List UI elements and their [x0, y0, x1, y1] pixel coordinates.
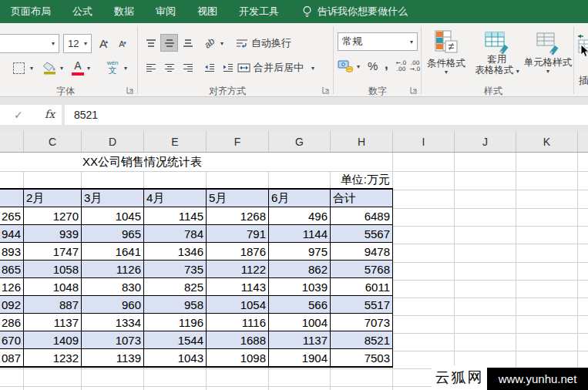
align-center-button[interactable] — [160, 59, 178, 76]
unit-row-cell[interactable] — [24, 172, 82, 188]
month-header-cell[interactable]: 4月 — [144, 189, 207, 207]
data-cell[interactable]: 958 — [144, 296, 207, 314]
decrease-decimal-button[interactable]: .00 →.0 — [408, 60, 422, 72]
data-cell[interactable]: 496 — [269, 207, 331, 225]
decrease-font-size-button[interactable]: A▾ — [113, 36, 130, 52]
data-cell[interactable]: 5517 — [331, 296, 393, 314]
data-cell[interactable]: 975 — [269, 243, 331, 261]
data-cell[interactable]: 965 — [82, 225, 144, 243]
data-cell[interactable]: 286 — [0, 314, 24, 331]
align-top-button[interactable] — [142, 34, 160, 52]
fill-color-dropdown[interactable]: ▾ — [60, 65, 63, 72]
column-header-partial-L[interactable] — [577, 131, 588, 152]
number-format-select[interactable]: 常规 ▾ — [338, 32, 418, 51]
data-cell[interactable]: 5567 — [331, 225, 393, 243]
data-cell[interactable]: 944 — [0, 225, 24, 243]
worksheet[interactable]: XX公司销售情况统计表 单位:万元 2月3月4月5月6月合计2651270104… — [0, 153, 588, 390]
data-cell[interactable]: 1544 — [144, 331, 207, 349]
data-cell[interactable]: 735 — [144, 261, 207, 278]
data-cell[interactable]: 784 — [144, 225, 207, 243]
data-cell[interactable]: 1196 — [144, 314, 207, 331]
title-row[interactable]: XX公司销售情况统计表 — [0, 153, 392, 171]
align-right-button[interactable] — [179, 59, 197, 76]
data-cell[interactable]: 1126 — [82, 261, 144, 278]
data-cell[interactable]: 7073 — [331, 314, 393, 331]
tab-formulas[interactable]: 公式 — [62, 0, 103, 23]
phonetic-guide-button[interactable]: wén 文 — [103, 57, 122, 77]
data-cell[interactable]: 1058 — [24, 261, 82, 278]
month-header-cell[interactable]: 3月 — [82, 189, 144, 207]
column-header-G[interactable]: G — [268, 131, 330, 152]
column-header-partial-B[interactable] — [0, 131, 23, 152]
font-size-select[interactable]: 12 ▾ — [63, 34, 92, 53]
data-cell[interactable]: 1747 — [24, 243, 82, 261]
column-header-J[interactable]: J — [454, 131, 516, 152]
cell-styles-button[interactable]: 单元格样式 ▾ — [522, 29, 573, 75]
conditional-formatting-button[interactable]: ≠ 条件格式 ▾ — [422, 29, 470, 76]
tab-page-layout[interactable]: 页面布局 — [0, 0, 62, 23]
borders-button[interactable] — [9, 59, 28, 77]
wrap-text-button[interactable]: 自动换行 — [236, 36, 291, 50]
data-cell[interactable]: 1268 — [207, 207, 269, 225]
unit-row-cell[interactable] — [207, 172, 269, 188]
month-header-cell[interactable]: 2月 — [24, 189, 82, 207]
tab-data[interactable]: 数据 — [103, 0, 145, 23]
data-cell[interactable]: 1876 — [207, 243, 269, 261]
data-cell[interactable]: 1346 — [144, 243, 207, 261]
alignment-dialog-launcher[interactable] — [322, 86, 330, 94]
data-cell[interactable]: 1004 — [269, 314, 331, 331]
data-cell[interactable]: 1409 — [24, 331, 82, 349]
unit-row-cell[interactable] — [0, 172, 24, 188]
column-header-C[interactable]: C — [23, 131, 81, 152]
merge-center-dropdown[interactable]: ▾ — [311, 65, 314, 72]
tab-view[interactable]: 视图 — [186, 0, 228, 23]
data-cell[interactable]: 1098 — [207, 349, 269, 368]
tell-me-box[interactable]: 告诉我你想要做什么 — [302, 5, 408, 18]
column-header-F[interactable]: F — [206, 131, 268, 152]
font-dialog-launcher[interactable] — [126, 86, 134, 94]
data-cell[interactable]: 6489 — [331, 207, 393, 225]
data-cell[interactable]: 1137 — [269, 331, 331, 349]
font-name-select[interactable]: ▾ — [0, 34, 59, 53]
unit-row-cell[interactable] — [269, 172, 331, 188]
data-cell[interactable]: 6011 — [331, 278, 393, 296]
align-middle-button[interactable] — [160, 34, 178, 52]
data-cell[interactable]: 862 — [269, 261, 331, 278]
accounting-format-dropdown[interactable]: ▾ — [357, 63, 360, 70]
data-cell[interactable]: 566 — [269, 296, 331, 314]
month-header-cell[interactable]: 6月 — [269, 189, 331, 207]
data-cell[interactable]: 939 — [24, 225, 82, 243]
data-cell[interactable]: 7503 — [331, 349, 393, 368]
data-cell[interactable]: 1039 — [269, 278, 331, 296]
data-cell[interactable]: 825 — [144, 278, 207, 296]
month-header-cell[interactable]: 合计 — [331, 189, 393, 207]
column-header-H[interactable]: H — [330, 131, 392, 152]
data-cell[interactable]: 1145 — [144, 207, 207, 225]
data-cell[interactable]: 1137 — [24, 314, 82, 331]
unit-label-cell[interactable]: 单位:万元 — [331, 172, 392, 188]
comma-style-button[interactable]: , — [385, 57, 388, 72]
data-cell[interactable]: 887 — [24, 296, 82, 314]
data-cell[interactable]: 126 — [0, 278, 24, 296]
column-header-D[interactable]: D — [81, 131, 143, 152]
font-color-button[interactable]: A — [71, 59, 85, 77]
data-cell[interactable]: 1073 — [82, 331, 144, 349]
data-cell[interactable]: 1143 — [207, 278, 269, 296]
data-cell[interactable]: 1043 — [144, 349, 207, 368]
number-dialog-launcher[interactable] — [410, 86, 418, 94]
increase-font-size-button[interactable]: A▴ — [95, 35, 112, 52]
data-cell[interactable]: 1116 — [207, 314, 269, 331]
enter-button[interactable]: ✓ — [14, 109, 23, 121]
data-cell[interactable]: 9478 — [331, 243, 393, 261]
column-header-E[interactable]: E — [143, 131, 206, 152]
column-header-I[interactable]: I — [392, 131, 454, 152]
data-cell[interactable]: 087 — [0, 349, 24, 368]
data-cell[interactable]: 1144 — [269, 225, 331, 243]
orientation-dropdown[interactable]: ▾ — [220, 40, 223, 47]
unit-row-cell[interactable] — [82, 172, 144, 188]
data-cell[interactable]: 1054 — [207, 296, 269, 314]
data-cell[interactable]: 265 — [0, 207, 24, 225]
tab-developer[interactable]: 开发工具 — [228, 0, 290, 23]
borders-dropdown[interactable]: ▾ — [30, 65, 33, 72]
fill-color-button[interactable] — [42, 59, 59, 77]
